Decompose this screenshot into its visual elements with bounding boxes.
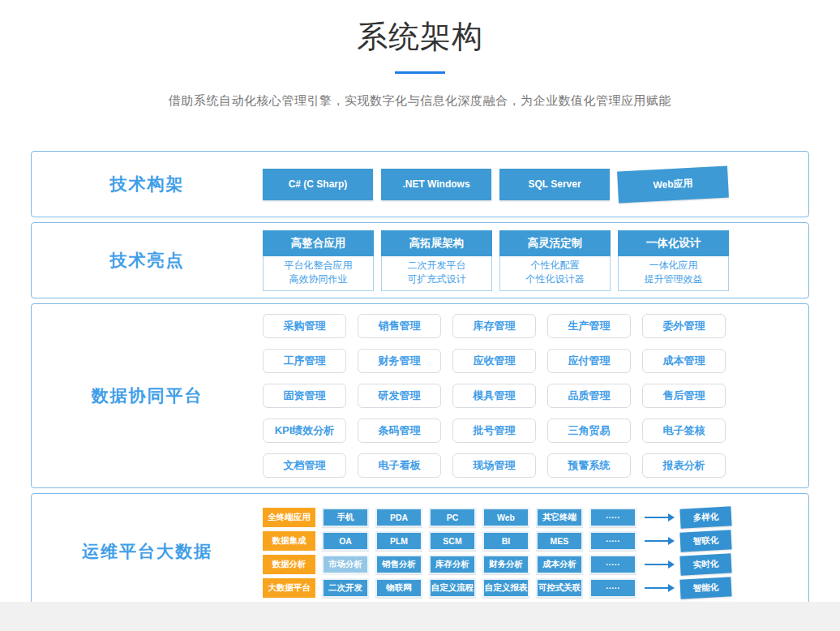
module-pill[interactable]: 电子看板 — [358, 453, 441, 478]
ops-item[interactable]: 其它终端 — [536, 508, 583, 527]
ops-item[interactable]: MES — [536, 531, 583, 551]
footer-strip — [0, 602, 840, 631]
highlight-card: 高灵活定制个性化配置个性化设计器 — [499, 230, 611, 291]
page-subtitle: 借助系统自动化核心管理引擎，实现数字化与信息化深度融合，为企业数值化管理应用赋能 — [0, 93, 840, 109]
panel-tech-framework: 技术构架 C# (C Sharp).NET WindowsSQL ServerW… — [31, 151, 809, 217]
ops-item[interactable]: PC — [429, 508, 476, 527]
ops-item[interactable]: 销售分析 — [375, 555, 422, 574]
ops-category: 全终端应用 — [263, 508, 315, 527]
card-body: 一体化应用提升管理效益 — [618, 256, 729, 291]
data-platform-grid: 采购管理销售管理库存管理生产管理委外管理工序管理财务管理应收管理应付管理成本管理… — [263, 314, 726, 478]
ops-result-badge: 多样化 — [679, 506, 731, 528]
card-body: 个性化配置个性化设计器 — [499, 256, 611, 291]
panel-ops-platform: 运维平台大数据 全终端应用手机PDAPCWeb其它终端·····多样化数据集成O… — [31, 493, 809, 610]
module-pill[interactable]: 成本管理 — [642, 349, 726, 373]
ops-row: 数据分析市场分析销售分析库存分析财务分析成本分析·····实时化 — [263, 555, 731, 574]
ops-item[interactable]: ····· — [589, 578, 636, 598]
arrow-right-icon — [645, 540, 669, 542]
ops-item[interactable]: ····· — [589, 508, 636, 527]
ops-item[interactable]: 成本分析 — [536, 555, 583, 574]
module-pill[interactable]: KPI绩效分析 — [263, 419, 346, 443]
ops-item[interactable]: OA — [322, 531, 369, 551]
ops-category: 大数据平台 — [263, 578, 315, 598]
module-pill[interactable]: 委外管理 — [642, 314, 726, 338]
module-pill[interactable]: 文档管理 — [263, 453, 346, 478]
module-pill[interactable]: 模具管理 — [452, 384, 536, 408]
ops-item[interactable]: SCM — [429, 531, 476, 551]
ops-row: 大数据平台二次开发物联网自定义流程自定义报表可控式关联·····智能化 — [263, 578, 731, 598]
ops-item[interactable]: BI — [482, 531, 529, 551]
ops-category: 数据集成 — [263, 531, 315, 551]
tech-button[interactable]: .NET Windows — [381, 169, 491, 200]
module-pill[interactable]: 库存管理 — [452, 314, 536, 338]
highlight-card: 一体化设计一体化应用提升管理效益 — [618, 230, 729, 291]
arrow-right-icon — [645, 564, 669, 565]
module-pill[interactable]: 售后管理 — [642, 384, 726, 408]
highlight-card: 高整合应用平台化整合应用高效协同作业 — [263, 230, 374, 291]
page-title: 系统架构 — [0, 0, 840, 58]
module-pill[interactable]: 生产管理 — [547, 314, 631, 338]
ops-platform-label: 运维平台大数据 — [32, 494, 263, 609]
ops-item[interactable]: ····· — [589, 555, 636, 574]
card-body: 二次开发平台可扩充式设计 — [381, 256, 492, 291]
tech-button[interactable]: Web应用 — [617, 165, 729, 203]
page: 系统架构 借助系统自动化核心管理引擎，实现数字化与信息化深度融合，为企业数值化管… — [0, 0, 840, 631]
module-pill[interactable]: 条码管理 — [358, 419, 441, 443]
module-pill[interactable]: 预警系统 — [547, 453, 631, 478]
module-pill[interactable]: 三角贸易 — [547, 419, 631, 443]
module-pill[interactable]: 财务管理 — [358, 349, 441, 373]
ops-item[interactable]: PDA — [375, 508, 422, 527]
card-body: 平台化整合应用高效协同作业 — [263, 256, 374, 291]
ops-item[interactable]: 库存分析 — [429, 555, 476, 574]
ops-item[interactable]: 自定义报表 — [482, 578, 529, 598]
data-platform-label: 数据协同平台 — [32, 304, 263, 487]
module-pill[interactable]: 品质管理 — [547, 384, 631, 408]
module-pill[interactable]: 应付管理 — [547, 349, 631, 373]
tech-framework-label: 技术构架 — [32, 152, 263, 217]
ops-row: 数据集成OAPLMSCMBIMES·····智联化 — [263, 531, 731, 551]
module-pill[interactable]: 批号管理 — [452, 419, 536, 443]
ops-row: 全终端应用手机PDAPCWeb其它终端·····多样化 — [263, 508, 731, 527]
card-title: 高拓展架构 — [381, 230, 492, 256]
card-line: 高效协同作业 — [264, 273, 373, 286]
ops-item[interactable]: 可控式关联 — [536, 578, 583, 598]
tech-highlights-label: 技术亮点 — [32, 223, 263, 298]
module-pill[interactable]: 研发管理 — [358, 384, 441, 408]
ops-category: 数据分析 — [263, 555, 315, 574]
card-line: 提升管理效益 — [619, 273, 728, 286]
card-line: 可扩充式设计 — [382, 273, 491, 286]
tech-button[interactable]: C# (C Sharp) — [263, 169, 373, 200]
highlight-card: 高拓展架构二次开发平台可扩充式设计 — [381, 230, 492, 291]
card-line: 一体化应用 — [619, 259, 728, 273]
tech-button[interactable]: SQL Server — [499, 169, 610, 200]
module-pill[interactable]: 固资管理 — [263, 384, 346, 408]
card-line: 平台化整合应用 — [264, 259, 373, 273]
ops-item[interactable]: 市场分析 — [322, 555, 369, 574]
ops-item[interactable]: 二次开发 — [322, 578, 369, 598]
ops-result-badge: 实时化 — [679, 553, 731, 575]
ops-item[interactable]: 手机 — [322, 508, 369, 527]
panel-data-platform: 数据协同平台 采购管理销售管理库存管理生产管理委外管理工序管理财务管理应收管理应… — [31, 303, 809, 488]
ops-platform-rows: 全终端应用手机PDAPCWeb其它终端·····多样化数据集成OAPLMSCMB… — [263, 494, 731, 609]
ops-item[interactable]: 财务分析 — [482, 555, 529, 574]
ops-item[interactable]: 物联网 — [375, 578, 422, 598]
module-pill[interactable]: 采购管理 — [263, 314, 346, 338]
module-pill[interactable]: 销售管理 — [358, 314, 441, 338]
card-line: 个性化设计器 — [500, 273, 610, 286]
ops-item[interactable]: Web — [482, 508, 529, 527]
module-pill[interactable]: 应收管理 — [452, 349, 536, 373]
card-title: 一体化设计 — [618, 230, 729, 256]
card-title: 高灵活定制 — [499, 230, 611, 256]
card-line: 个性化配置 — [500, 259, 610, 273]
arrow-right-icon — [645, 517, 669, 518]
ops-item[interactable]: PLM — [375, 531, 422, 551]
module-pill[interactable]: 报表分析 — [642, 453, 726, 478]
arrow-right-icon — [645, 587, 669, 589]
ops-item[interactable]: ····· — [589, 531, 636, 551]
ops-item[interactable]: 自定义流程 — [429, 578, 476, 598]
ops-result-badge: 智能化 — [679, 577, 731, 599]
module-pill[interactable]: 现场管理 — [452, 453, 536, 478]
panel-tech-highlights: 技术亮点 高整合应用平台化整合应用高效协同作业高拓展架构二次开发平台可扩充式设计… — [31, 222, 809, 298]
module-pill[interactable]: 工序管理 — [263, 349, 346, 373]
module-pill[interactable]: 电子签核 — [642, 419, 726, 443]
